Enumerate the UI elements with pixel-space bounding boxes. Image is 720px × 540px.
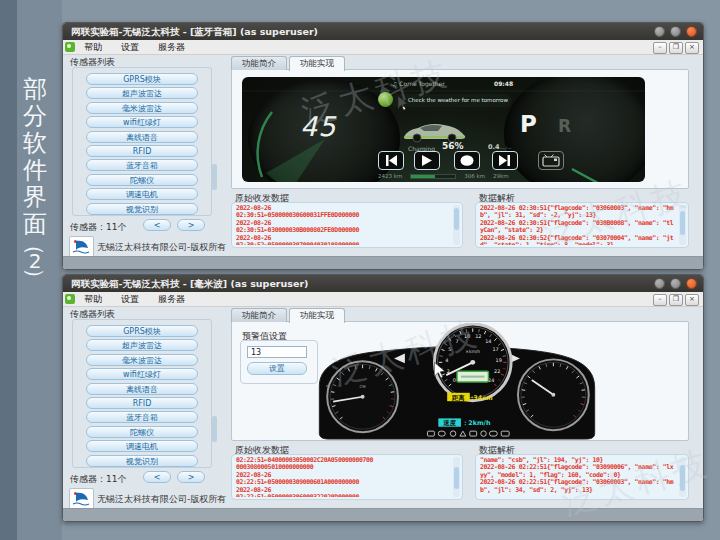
tab-intro[interactable]: 功能简介 — [231, 56, 287, 70]
mdi-restore-button[interactable]: ❐ — [669, 294, 683, 306]
tab-pane: ♫ Come Together 09:48 45 Check the weath… — [231, 69, 689, 189]
menu-server[interactable]: 服务器 — [158, 41, 185, 54]
mdi-close-button[interactable]: × — [685, 294, 699, 306]
svg-text:4: 4 — [445, 357, 448, 363]
prev-page-button[interactable]: < — [143, 471, 171, 483]
titlebar[interactable]: 网联实验箱-无锡泛太科技 - [毫米波] (as superuser) — [63, 275, 703, 292]
window-content: 传感器列表 GPRS模块 超声波雷达 毫米波雷达 wifi红绿灯 离线语音 RF… — [63, 54, 703, 257]
song-title[interactable]: ♫ Come Together — [392, 80, 445, 87]
next-page-button[interactable]: > — [177, 219, 205, 231]
speed-label: 速度 — [442, 419, 456, 427]
gear-r: R — [558, 116, 571, 136]
scrollbar-thumb[interactable] — [680, 465, 685, 491]
svg-text:7: 7 — [456, 338, 459, 344]
close-button[interactable] — [686, 26, 697, 37]
trip: 29km — [493, 173, 509, 179]
sensor-button-ultrasonic[interactable]: 超声波雷达 — [86, 339, 198, 351]
parsed-data-text: "name": "csb", "jl": 194, "yj": 10} 2022… — [480, 457, 676, 497]
sensor-button-vision[interactable]: 视觉识别 — [86, 455, 198, 467]
trip-stats: 2423 km 306 km 29km — [378, 173, 509, 179]
media-player-image: ♫ Come Together 09:48 45 Check the weath… — [242, 77, 645, 182]
sensor-button-vision[interactable]: 视觉识别 — [86, 203, 198, 215]
menubar: 帮助 设置 服务器 — [63, 40, 703, 55]
odometer: 2423 km — [378, 173, 402, 179]
sensor-button-rfid[interactable]: RFID — [86, 145, 198, 157]
menubar: 帮助 设置 服务器 — [63, 292, 703, 307]
warning-value-input[interactable]: 13 — [247, 346, 307, 358]
svg-text:5: 5 — [448, 346, 451, 352]
sensor-scrollbar-thumb[interactable] — [212, 164, 217, 190]
mdi-minimize-button[interactable]: – — [653, 294, 667, 306]
mdi-close-button[interactable]: × — [685, 42, 699, 54]
distance-value: :34cm — [471, 394, 493, 402]
voice-assistant-icon[interactable] — [378, 92, 393, 107]
sensor-button-gyroscope[interactable]: 陀螺仪 — [86, 174, 198, 186]
range: 306 km — [464, 173, 485, 179]
menu-settings[interactable]: 设置 — [121, 293, 139, 306]
sensor-button-rfid[interactable]: RFID — [86, 397, 198, 409]
sensor-button-bt-speaker[interactable]: 蓝牙音箱 — [86, 411, 198, 423]
tab-pane: 预警值设置 13 设置 — [231, 321, 689, 441]
assistant-text: Check the weather for me tomorrow — [408, 97, 508, 103]
maximize-button[interactable] — [670, 278, 681, 289]
sensor-button-bt-speaker[interactable]: 蓝牙音箱 — [86, 159, 198, 171]
scrollbar[interactable] — [679, 457, 686, 497]
side-caption: 部分软件界面（2） — [16, 76, 54, 285]
scrollbar[interactable] — [453, 457, 460, 497]
svg-text:17: 17 — [492, 346, 498, 352]
sensor-button-gprs[interactable]: GPRS模块 — [86, 325, 198, 337]
sensor-button-wifi-light[interactable]: wifi红绿灯 — [86, 116, 198, 128]
status-band — [63, 256, 703, 269]
scrollbar-thumb[interactable] — [454, 208, 459, 230]
clock: 09:48 — [494, 80, 513, 87]
sensor-button-motor[interactable]: 调速电机 — [86, 440, 198, 452]
sensor-button-gyroscope[interactable]: 陀螺仪 — [86, 426, 198, 438]
sensor-button-mmwave[interactable]: 毫米波雷达 — [86, 354, 198, 366]
svg-text:10: 10 — [464, 333, 470, 339]
previous-track-button[interactable] — [378, 151, 404, 170]
menu-settings[interactable]: 设置 — [121, 41, 139, 54]
sensor-button-mmwave[interactable]: 毫米波雷达 — [86, 102, 198, 114]
close-button[interactable] — [686, 278, 697, 289]
app-icon — [65, 42, 75, 52]
set-button[interactable]: 设置 — [247, 362, 307, 375]
window-controls — [654, 278, 697, 289]
tab-implementation[interactable]: 功能实现 — [289, 308, 345, 323]
sensor-button-gprs[interactable]: GPRS模块 — [86, 73, 198, 85]
video-mode-button[interactable] — [538, 151, 564, 170]
scrollbar-thumb[interactable] — [454, 467, 459, 489]
raw-data-text: 2022-08-2602:30:51←050000030600031FFE0D0… — [236, 205, 450, 245]
minimize-button[interactable] — [654, 26, 665, 37]
sensor-button-ultrasonic[interactable]: 超声波雷达 — [86, 87, 198, 99]
speed-value: 45 — [300, 111, 336, 142]
consumption-value: 0.4 — [488, 143, 500, 151]
menu-help[interactable]: 帮助 — [84, 41, 102, 54]
scrollbar-thumb[interactable] — [680, 211, 685, 235]
mdi-minimize-button[interactable]: – — [653, 42, 667, 54]
left-gauge-label: CM — [360, 384, 366, 389]
scrollbar[interactable] — [453, 205, 460, 245]
sensor-button-wifi-light[interactable]: wifi红绿灯 — [86, 368, 198, 380]
tab-implementation[interactable]: 功能实现 — [289, 56, 345, 71]
titlebar[interactable]: 网联实验箱-无锡泛太科技 - [蓝牙音箱] (as superuser) — [63, 23, 703, 40]
prev-page-button[interactable]: < — [143, 219, 171, 231]
maximize-button[interactable] — [670, 26, 681, 37]
next-page-button[interactable]: > — [177, 471, 205, 483]
sensor-scrollbar-thumb[interactable] — [212, 416, 217, 442]
mdi-restore-button[interactable]: ❐ — [669, 42, 683, 54]
stop-button[interactable] — [454, 151, 480, 170]
sensor-button-offline-voice[interactable]: 离线语音 — [86, 131, 198, 143]
sensor-count: 传感器：11个 — [70, 473, 126, 486]
play-button[interactable] — [414, 151, 440, 170]
minimize-button[interactable] — [654, 278, 665, 289]
next-track-button[interactable] — [492, 151, 518, 170]
sensor-button-motor[interactable]: 调速电机 — [86, 188, 198, 200]
sensor-button-offline-voice[interactable]: 离线语音 — [86, 383, 198, 395]
copyright-text: 无锡泛太科技有限公司-版权所有 — [97, 241, 226, 254]
menu-server[interactable]: 服务器 — [158, 293, 185, 306]
scrollbar[interactable] — [679, 205, 686, 245]
tab-bar: 功能简介 功能实现 — [231, 308, 345, 322]
menu-help[interactable]: 帮助 — [84, 293, 102, 306]
distance-label: 距离 — [451, 394, 465, 402]
tab-intro[interactable]: 功能简介 — [231, 308, 287, 322]
